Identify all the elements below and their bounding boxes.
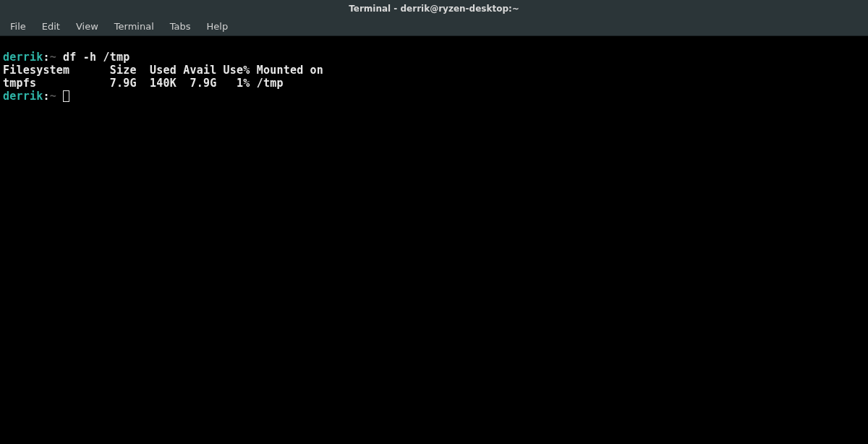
- prompt-path: ~: [50, 90, 56, 103]
- window-titlebar: Terminal - derrik@ryzen-desktop:~: [0, 0, 868, 17]
- menubar: File Edit View Terminal Tabs Help: [0, 17, 868, 36]
- window-title: Terminal - derrik@ryzen-desktop:~: [349, 4, 519, 14]
- command-text: [56, 90, 63, 103]
- prompt-user: derrik: [3, 90, 43, 103]
- command-text: df -h /tmp: [56, 51, 130, 64]
- output-data-line: tmpfs 7.9G 140K 7.9G 1% /tmp: [3, 77, 284, 90]
- menu-help[interactable]: Help: [200, 19, 236, 34]
- prompt-line-1: derrik:~ df -h /tmp: [3, 51, 129, 64]
- prompt-path: ~: [50, 51, 56, 64]
- menu-view[interactable]: View: [69, 19, 106, 34]
- prompt-separator: :: [43, 90, 49, 103]
- prompt-line-2: derrik:~: [3, 90, 69, 103]
- menu-terminal[interactable]: Terminal: [107, 19, 161, 34]
- terminal-output-area[interactable]: derrik:~ df -h /tmp Filesystem Size Used…: [0, 36, 868, 104]
- menu-edit[interactable]: Edit: [35, 19, 67, 34]
- prompt-user: derrik: [3, 51, 43, 64]
- cursor: [63, 90, 69, 102]
- menu-file[interactable]: File: [3, 19, 33, 34]
- output-header-line: Filesystem Size Used Avail Use% Mounted …: [3, 64, 323, 77]
- menu-tabs[interactable]: Tabs: [163, 19, 198, 34]
- prompt-separator: :: [43, 51, 49, 64]
